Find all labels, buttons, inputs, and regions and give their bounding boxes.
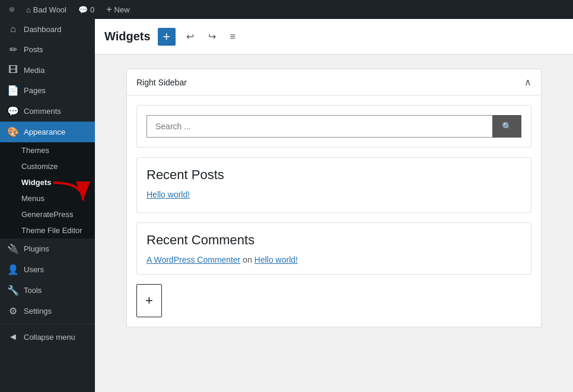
sidebar-item-settings[interactable]: ⚙ Settings [0, 301, 95, 321]
wp-logo[interactable]: W [5, 2, 19, 17]
widget-area-right-sidebar: Right Sidebar ∧ 🔍 [126, 69, 542, 327]
redo-button[interactable]: ↪ [205, 28, 219, 44]
undo-icon: ↩ [186, 31, 194, 42]
sidebar-item-plugins[interactable]: 🔌 Plugins [0, 238, 95, 259]
comment-post-link[interactable]: Hello world! [254, 255, 298, 264]
list-icon: ≡ [230, 31, 235, 42]
collapse-menu-button[interactable]: ◄ Collapse menu [0, 327, 95, 347]
add-widget-button[interactable]: + [158, 28, 176, 46]
sidebar-item-users[interactable]: 👤 Users [0, 259, 95, 280]
appearance-submenu: Themes Customize Widgets Menus GenerateP… [0, 142, 95, 238]
recent-posts-widget: Recent Posts Hello world! [136, 157, 531, 213]
sidebar-item-label: Comments [24, 107, 61, 116]
sidebar-item-tools[interactable]: 🔧 Tools [0, 280, 95, 301]
comment-entry: A WordPress Commenter on Hello world! [147, 255, 521, 264]
recent-posts-inner: Recent Posts Hello world! [137, 158, 531, 212]
sidebar-item-media[interactable]: 🎞 Media [0, 60, 95, 80]
collapse-label: Collapse menu [24, 333, 75, 342]
widget-area-title: Right Sidebar [136, 78, 187, 87]
svg-text:W: W [11, 8, 14, 11]
house-icon: ⌂ [26, 5, 31, 14]
dashboard-icon: ⌂ [7, 24, 19, 34]
new-content-button[interactable]: + New [101, 0, 134, 19]
comments-link[interactable]: 💬 0 [74, 0, 99, 19]
widget-area-header: Right Sidebar ∧ [127, 69, 541, 95]
main-content: Widgets + ↩ ↪ ≡ Right Sidebar ∧ [95, 19, 573, 392]
search-form: 🔍 [147, 115, 521, 138]
tools-icon: 🔧 [7, 285, 19, 296]
sidebar-item-label: Appearance [24, 128, 65, 136]
submenu-widgets[interactable]: Widgets [0, 174, 95, 190]
add-block-button[interactable]: + [136, 284, 162, 317]
sidebar-item-pages[interactable]: 📄 Pages [0, 80, 95, 101]
collapse-icon: ◄ [7, 332, 19, 342]
recent-comments-title: Recent Comments [147, 232, 521, 248]
submenu-menus[interactable]: Menus [0, 190, 95, 206]
sidebar-item-label: Posts [24, 45, 43, 54]
sidebar-item-label: Tools [24, 286, 42, 295]
list-view-button[interactable]: ≡ [227, 29, 239, 44]
sidebar-item-appearance[interactable]: 🎨 Appearance [0, 122, 95, 142]
posts-icon: ✏ [7, 44, 19, 55]
pages-icon: 📄 [7, 85, 19, 96]
sidebar-item-label: Dashboard [24, 25, 62, 34]
submenu-customize[interactable]: Customize [0, 158, 95, 174]
recent-post-link-0[interactable]: Hello world! [147, 190, 521, 199]
redo-icon: ↪ [208, 31, 216, 42]
recent-comments-inner: Recent Comments A WordPress Commenter on… [137, 223, 531, 274]
search-button[interactable]: 🔍 [492, 115, 521, 138]
media-icon: 🎞 [7, 65, 19, 75]
comment-icon: 💬 [78, 5, 88, 14]
comment-on-text: on [243, 255, 252, 264]
chevron-up-icon: ∧ [524, 77, 531, 87]
recent-comments-widget: Recent Comments A WordPress Commenter on… [136, 222, 531, 275]
appearance-icon: 🎨 [7, 126, 19, 138]
comment-author-link[interactable]: A WordPress Commenter [147, 255, 240, 264]
admin-bar: W ⌂ Bad Wool 💬 0 + New [0, 0, 573, 19]
plugins-icon: 🔌 [7, 243, 19, 254]
search-widget-inner: 🔍 [137, 106, 531, 147]
sidebar-item-comments[interactable]: 💬 Comments [0, 101, 95, 122]
menu-divider [0, 324, 95, 324]
widgets-header: Widgets + ↩ ↪ ≡ [95, 19, 573, 55]
recent-posts-title: Recent Posts [147, 167, 521, 183]
sidebar-item-label: Settings [24, 307, 52, 315]
submenu-generatepress[interactable]: GeneratePress [0, 206, 95, 222]
sidebar-item-posts[interactable]: ✏ Posts [0, 39, 95, 60]
search-widget: 🔍 [136, 105, 531, 148]
search-input[interactable] [147, 115, 492, 138]
sidebar-item-label: Pages [24, 86, 46, 95]
site-name[interactable]: ⌂ Bad Wool [21, 0, 71, 19]
undo-button[interactable]: ↩ [183, 28, 198, 44]
sidebar-item-label: Users [24, 265, 44, 274]
sidebar-item-label: Media [24, 66, 44, 75]
admin-menu: ⌂ Dashboard ✏ Posts 🎞 Media 📄 Pages 💬 Co… [0, 19, 95, 392]
search-icon: 🔍 [502, 122, 512, 131]
users-icon: 👤 [7, 264, 19, 275]
collapse-area-button[interactable]: ∧ [524, 77, 531, 88]
settings-icon: ⚙ [7, 305, 19, 317]
plus-icon: + [106, 4, 112, 15]
comments-icon: 💬 [7, 106, 19, 117]
submenu-theme-file-editor[interactable]: Theme File Editor [0, 222, 95, 238]
page-title: Widgets [104, 30, 151, 43]
sidebar-item-label: Plugins [24, 244, 49, 253]
sidebar-item-dashboard[interactable]: ⌂ Dashboard [0, 19, 95, 39]
submenu-themes[interactable]: Themes [0, 142, 95, 158]
widgets-content: Right Sidebar ∧ 🔍 [95, 55, 573, 392]
add-block-icon: + [145, 293, 153, 308]
